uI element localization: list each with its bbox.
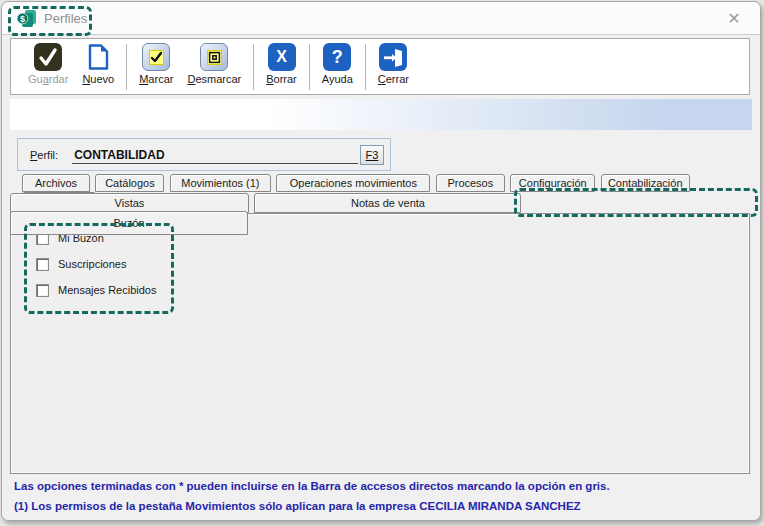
exit-door-icon [379, 43, 407, 71]
tab-procesos[interactable]: Procesos [436, 174, 505, 192]
new-page-icon [84, 43, 112, 71]
tab-operaciones-movimientos[interactable]: Operaciones movimientos [276, 174, 430, 192]
perfil-label: Perfil: [30, 149, 58, 161]
tab-buzon[interactable]: Buzón [10, 211, 248, 235]
tab-vistas[interactable]: Vistas [10, 193, 249, 213]
tab-notas-de-venta[interactable]: Notas de venta [254, 193, 521, 213]
ayuda-label: Ayuda [322, 73, 353, 85]
save-check-icon [34, 43, 62, 71]
f3-lookup-button[interactable]: F3 [360, 145, 384, 165]
header-gradient-band [10, 99, 752, 130]
perfil-input[interactable]: CONTABILIDAD [72, 146, 358, 164]
svg-text:$: $ [20, 14, 25, 24]
mensajes-recibidos-checkbox[interactable] [36, 284, 49, 297]
toolbar: Guardar Nuevo Marcar [10, 38, 750, 95]
app-dollar-pages-icon: $ [16, 9, 38, 29]
marcar-label: Marcar [139, 73, 173, 85]
suscripciones-label: Suscripciones [58, 258, 126, 270]
unmark-box-icon [200, 43, 228, 71]
borrar-label: Borrar [266, 73, 297, 85]
nuevo-button[interactable]: Nuevo [75, 40, 121, 93]
cerrar-label: Cerrar [378, 73, 409, 85]
question-help-icon: ? [323, 43, 351, 71]
guardar-label: Guardar [28, 73, 68, 85]
toolbar-separator [365, 44, 366, 90]
mensajes-recibidos-checkbox-row[interactable]: Mensajes Recibidos [36, 283, 156, 297]
window-title: Perfiles [44, 11, 87, 26]
perfiles-window: $ Perfiles ✕ Guardar Nuevo [1, 1, 761, 521]
title-bar: $ Perfiles ✕ [2, 2, 760, 35]
delete-x-icon: X [268, 43, 296, 71]
borrar-button[interactable]: X Borrar [259, 40, 304, 93]
toolbar-separator [126, 44, 127, 90]
checked-box-icon [142, 43, 170, 71]
footer-note-1: Las opciones terminadas con * pueden inc… [14, 480, 610, 492]
suscripciones-checkbox[interactable] [36, 258, 49, 271]
tab-movimientos[interactable]: Movimientos (1) [170, 174, 271, 192]
tab-contabilizacion[interactable]: Contabilización [601, 174, 690, 192]
close-icon[interactable]: ✕ [724, 9, 744, 29]
toolbar-separator [253, 44, 254, 90]
suscripciones-checkbox-row[interactable]: Suscripciones [36, 257, 126, 271]
cerrar-button[interactable]: Cerrar [371, 40, 416, 93]
guardar-button[interactable]: Guardar [21, 40, 75, 93]
tab-configuracion[interactable]: Configuración [510, 174, 595, 192]
tab-catalogos[interactable]: Catálogos [95, 174, 164, 192]
tab-row-2: Vistas Notas de venta Buzón [10, 193, 760, 214]
toolbar-separator [309, 44, 310, 90]
ayuda-button[interactable]: ? Ayuda [315, 40, 360, 93]
mensajes-recibidos-label: Mensajes Recibidos [58, 284, 156, 296]
tab-row-1: Archivos Catálogos Movimientos (1) Opera… [22, 174, 760, 193]
tab-archivos[interactable]: Archivos [22, 174, 90, 192]
footer-note-2: (1) Los permisos de la pestaña Movimient… [14, 500, 581, 512]
perfil-field-group: Perfil: CONTABILIDAD F3 [17, 138, 391, 171]
nuevo-label: Nuevo [82, 73, 114, 85]
marcar-button[interactable]: Marcar [132, 40, 180, 93]
desmarcar-label: Desmarcar [187, 73, 241, 85]
desmarcar-button[interactable]: Desmarcar [180, 40, 248, 93]
buzon-tab-panel [10, 213, 750, 474]
